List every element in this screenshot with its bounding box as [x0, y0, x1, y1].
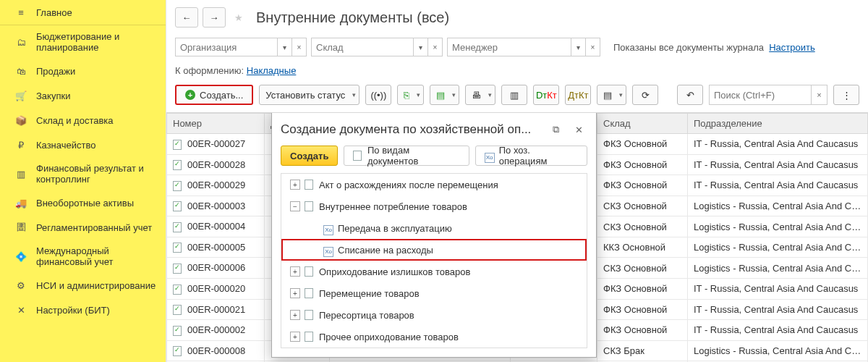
- toolbar: +Создать... Установить статус▾ ((•)) ⎘▾ …: [166, 82, 868, 112]
- create-button[interactable]: +Создать...: [175, 85, 253, 105]
- close-icon[interactable]: ✕: [570, 121, 587, 138]
- set-status-button[interactable]: Установить статус▾: [259, 85, 359, 105]
- tree-item[interactable]: ХоПередача в эксплуатацию: [281, 217, 587, 239]
- popup-tab-create[interactable]: Создать: [281, 146, 338, 166]
- forward-button[interactable]: →: [203, 7, 226, 28]
- filter-warehouse-input[interactable]: [312, 39, 413, 56]
- tree-item[interactable]: +Оприходование излишков товаров: [281, 261, 587, 282]
- caret-icon: ▾: [417, 91, 420, 98]
- tree-item-label: Прочее оприходование товаров: [319, 332, 459, 342]
- sidebar-item-label: Казначейство: [36, 140, 95, 151]
- search-input[interactable]: [710, 87, 811, 104]
- clear-button[interactable]: ×: [585, 38, 600, 56]
- sidebar-item-assets[interactable]: 🚚Внеоборотные активы: [0, 190, 166, 215]
- sidebar-item-label: Продажи: [36, 66, 75, 77]
- search-box: ×: [709, 85, 827, 105]
- dt-kt-button[interactable]: DтКт: [533, 85, 559, 105]
- col-num[interactable]: Номер: [167, 114, 265, 134]
- filter-org: ▾ ×: [175, 38, 307, 56]
- doc-icon: [173, 305, 183, 315]
- sidebar-item-label: Настройки (БИТ): [36, 305, 110, 316]
- dt-kt-alt-button[interactable]: ДтКт: [565, 85, 591, 105]
- clear-button[interactable]: ×: [811, 85, 827, 104]
- expand-icon[interactable]: +: [290, 180, 300, 190]
- sidebar-item-regulated[interactable]: 圕Регламентированный учет: [0, 215, 166, 240]
- tree-item-label: Перемещение товаров: [319, 288, 420, 299]
- expand-icon[interactable]: +: [290, 266, 300, 277]
- dropdown-button[interactable]: ▾: [277, 38, 292, 56]
- table: Номер Дата↓ Вид документа, Хоз. операция…: [166, 112, 868, 362]
- caret-icon: ▾: [488, 91, 492, 98]
- tree-item[interactable]: +Перемещение товаров: [281, 282, 587, 304]
- dropdown-button[interactable]: ▾: [571, 38, 585, 56]
- col-sub[interactable]: Подразделение: [688, 114, 868, 134]
- print-icon: 🖶: [472, 90, 481, 101]
- filter-manager: ▾ ×: [447, 38, 600, 56]
- status-link[interactable]: Накладные: [247, 65, 297, 76]
- sidebar-item-result[interactable]: ▥Финансовый результат и контроллинг: [0, 157, 166, 190]
- tree-item[interactable]: +Акт о расхождениях после перемещения: [281, 174, 587, 195]
- tree-item[interactable]: +Прочее оприходование товаров: [281, 326, 587, 348]
- sidebar-item-label: Внеоборотные активы: [36, 198, 134, 209]
- doc-icon: [305, 288, 315, 298]
- xo-icon: Хо: [323, 223, 333, 233]
- clear-button[interactable]: ×: [292, 38, 306, 56]
- sidebar-item-budget[interactable]: 🗂Бюджетирование и планирование: [0, 25, 166, 59]
- xo-icon: Хо: [485, 151, 495, 161]
- settings-button[interactable]: ▤▾: [597, 85, 626, 105]
- filter-warehouse: ▾ ×: [311, 38, 443, 56]
- col-skl[interactable]: Склад: [597, 114, 688, 134]
- tree-item[interactable]: ХоСписание на расходы: [281, 239, 587, 261]
- report-button[interactable]: ▤▾: [430, 85, 459, 105]
- doc-icon: [353, 151, 363, 161]
- button-label: Установить статус: [265, 90, 345, 101]
- dropdown-button[interactable]: ▾: [413, 38, 427, 56]
- export-button[interactable]: ▥: [501, 85, 527, 105]
- sidebar-item-label: Регламентированный учет: [36, 222, 152, 233]
- collapse-icon[interactable]: −: [290, 201, 300, 211]
- popout-icon[interactable]: ⧉: [547, 121, 564, 138]
- popup-title: Создание документа по хозяйственной оп..…: [281, 122, 541, 137]
- undo-button[interactable]: ↶: [677, 85, 703, 105]
- refresh-button[interactable]: ⟳: [632, 85, 658, 105]
- filter-org-input[interactable]: [176, 39, 277, 56]
- star-icon[interactable]: ★: [230, 9, 247, 26]
- doc-icon: [173, 181, 183, 191]
- popup-tab-by-doc[interactable]: По видам документов: [344, 146, 469, 166]
- back-button[interactable]: ←: [175, 7, 198, 28]
- doc-icon: [305, 332, 315, 342]
- expand-icon[interactable]: +: [290, 288, 300, 298]
- configure-link[interactable]: Настроить: [769, 42, 815, 53]
- popup-tab-by-op[interactable]: ХоПо хоз. операциям: [475, 146, 587, 166]
- create-popup: Создание документа по хозяйственной оп..…: [271, 112, 597, 358]
- sidebar-item-label: Финансовый результат и контроллинг: [36, 163, 158, 185]
- more-button[interactable]: ⋮: [833, 85, 859, 105]
- doc-icon: [173, 285, 183, 295]
- sidebar-item-main[interactable]: ≡Главное: [0, 0, 166, 25]
- sidebar-item-bit[interactable]: ✕Настройки (БИТ): [0, 298, 166, 322]
- clear-button[interactable]: ×: [427, 38, 442, 56]
- expand-icon[interactable]: +: [290, 332, 300, 342]
- sidebar-item-purchase[interactable]: 🛒Закупки: [0, 83, 166, 108]
- sidebar-item-intl[interactable]: 💠Международный финансовый учет: [0, 240, 166, 273]
- sidebar-item-warehouse[interactable]: 📦Склад и доставка: [0, 108, 166, 132]
- sidebar-item-label: Склад и доставка: [36, 115, 114, 126]
- caret-icon: ▾: [619, 91, 623, 98]
- sidebar-item-label: Главное: [36, 7, 72, 18]
- status-label: К оформлению:: [175, 65, 244, 76]
- regulated-icon: 圕: [14, 221, 27, 234]
- sidebar-item-admin[interactable]: ⚙НСИ и администрирование: [0, 273, 166, 298]
- copy-button[interactable]: ⎘▾: [397, 85, 424, 105]
- warehouse-icon: 📦: [14, 114, 27, 127]
- doc-icon: [173, 140, 183, 150]
- expand-icon[interactable]: +: [290, 310, 300, 320]
- tree-item-label: Оприходование излишков товаров: [319, 266, 470, 277]
- print-button[interactable]: 🖶▾: [465, 85, 495, 105]
- filter-manager-input[interactable]: [448, 39, 571, 56]
- tree-item[interactable]: −Внутреннее потребление товаров: [281, 195, 587, 217]
- sidebar-item-sales[interactable]: 🛍Продажи: [0, 59, 166, 83]
- tree-item[interactable]: +Пересортица товаров: [281, 304, 587, 326]
- sidebar-item-treasury[interactable]: ₽Казначейство: [0, 132, 166, 157]
- radio-button[interactable]: ((•)): [365, 85, 391, 105]
- tab-label: По хоз. операциям: [499, 145, 578, 167]
